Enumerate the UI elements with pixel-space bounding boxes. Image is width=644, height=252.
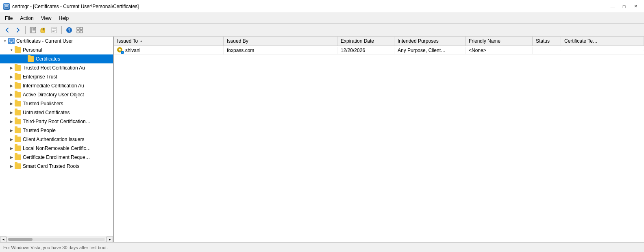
tree-item-trusted-people-label: Trusted People	[23, 128, 56, 133]
show-hide-console-button[interactable]	[28, 25, 38, 35]
personal-folder-icon	[15, 47, 21, 53]
menu-view[interactable]: View	[38, 15, 55, 22]
local-nonremovable-folder-icon	[15, 146, 21, 151]
scrollbar-track[interactable]	[8, 238, 105, 241]
toolbar: ?	[0, 24, 644, 37]
cell-purposes: Any Purpose, Client…	[394, 47, 466, 54]
scrollbar-left-button[interactable]: ◂	[0, 237, 7, 242]
enterprise-expand-icon[interactable]: ▶	[8, 74, 15, 80]
trusted-publishers-expand-icon[interactable]: ▶	[8, 100, 15, 107]
minimize-button[interactable]: —	[607, 2, 618, 11]
col-header-issued-to[interactable]: Issued To ▲	[114, 37, 224, 46]
scrollbar-thumb[interactable]	[8, 238, 33, 241]
sort-arrow-icon: ▲	[139, 39, 143, 43]
table-row[interactable]: ★ i shivani foxpass.com 12/20/2026 Any P…	[114, 46, 644, 55]
maximize-button[interactable]: □	[619, 2, 629, 11]
trusted-root-expand-icon[interactable]: ▶	[8, 65, 15, 71]
col-header-cert-te[interactable]: Certificate Te…	[561, 37, 644, 46]
tree-root-label: Certificates - Current User	[16, 38, 73, 44]
active-directory-expand-icon[interactable]: ▶	[8, 91, 15, 98]
close-button[interactable]: ✕	[630, 2, 641, 11]
tree-item-enterprise-trust[interactable]: ▶ Enterprise Trust	[0, 72, 113, 81]
svg-rect-2	[4, 7, 9, 7]
untrusted-folder-icon	[15, 110, 21, 115]
up-one-level-button[interactable]	[39, 25, 48, 35]
svg-rect-8	[41, 29, 45, 33]
col-header-expiration[interactable]: Expiration Date	[337, 37, 394, 46]
cell-issued-to: ★ i shivani	[114, 46, 224, 54]
col-header-friendly[interactable]: Friendly Name	[466, 37, 533, 46]
tree-item-intermediate[interactable]: ▶ Intermediate Certification Au	[0, 81, 113, 90]
svg-rect-17	[77, 30, 79, 33]
tree-item-untrusted-label: Untrusted Certificates	[23, 110, 70, 115]
toolbar-sep-1	[25, 26, 26, 34]
personal-expand-icon[interactable]: ▾	[8, 47, 15, 53]
tree-item-personal[interactable]: ▾ Personal	[0, 46, 113, 54]
menu-action[interactable]: Action	[17, 15, 37, 22]
col-issued-to-label: Issued To	[117, 38, 138, 44]
tree-item-certificates-label: Certificates	[36, 56, 60, 62]
cert-icon: ★ i	[117, 47, 124, 54]
back-button[interactable]	[2, 25, 12, 35]
third-party-expand-icon[interactable]: ▶	[8, 118, 15, 125]
local-nonremovable-expand-icon[interactable]: ▶	[8, 145, 15, 152]
tree-item-trusted-people[interactable]: ▶ Trusted People	[0, 126, 113, 135]
menu-file[interactable]: File	[2, 15, 16, 22]
tree-item-third-party-label: Third-Party Root Certification…	[23, 119, 91, 124]
tree-item-third-party[interactable]: ▶ Third-Party Root Certification…	[0, 117, 113, 126]
tree-horizontal-scrollbar[interactable]: ◂ ▸	[0, 236, 113, 242]
col-issued-by-label: Issued By	[227, 38, 248, 44]
tree-item-trusted-publishers[interactable]: ▶ Trusted Publishers	[0, 99, 113, 108]
certificates-folder-icon	[28, 56, 34, 62]
tree-item-cert-enrollment-label: Certificate Enrollment Reque…	[23, 154, 90, 160]
root-expand-icon[interactable]: ▾	[2, 38, 8, 44]
scrollbar-right-button[interactable]: ▸	[107, 237, 113, 242]
tree-item-smart-card[interactable]: ▶ Smart Card Trusted Roots	[0, 162, 113, 171]
cell-expiration: 12/20/2026	[337, 47, 394, 54]
help-button[interactable]: ?	[64, 25, 74, 35]
certificates-expand-icon[interactable]	[21, 56, 28, 62]
col-header-status[interactable]: Status	[533, 37, 561, 46]
export-list-button[interactable]	[49, 25, 59, 35]
client-auth-expand-icon[interactable]: ▶	[8, 136, 15, 143]
tree-item-trusted-root-label: Trusted Root Certification Au	[23, 65, 85, 71]
col-header-issued-by[interactable]: Issued By	[224, 37, 337, 46]
tree-item-client-auth[interactable]: ▶ Client Authentication Issuers	[0, 135, 113, 144]
view-button[interactable]	[75, 25, 85, 35]
tree-item-cert-enrollment[interactable]: ▶ Certificate Enrollment Reque…	[0, 153, 113, 162]
tree-item-certificates[interactable]: Certificates	[0, 54, 113, 63]
svg-rect-18	[80, 30, 83, 33]
smart-card-expand-icon[interactable]: ▶	[8, 163, 15, 169]
tree-item-active-directory-label: Active Directory User Object	[23, 92, 84, 98]
active-directory-folder-icon	[15, 92, 21, 98]
client-auth-folder-icon	[15, 137, 21, 142]
enterprise-folder-icon	[15, 74, 21, 80]
tree-item-active-directory[interactable]: ▶ Active Directory User Object	[0, 90, 113, 99]
col-expiration-label: Expiration Date	[341, 38, 374, 44]
menu-bar: File Action View Help	[0, 13, 644, 24]
col-purposes-label: Intended Purposes	[398, 38, 439, 44]
tree-scroll-area[interactable]: ▾ Certificates - Current User ▾ Personal…	[0, 37, 113, 236]
app-icon	[3, 3, 10, 10]
intermediate-folder-icon	[15, 83, 21, 89]
status-bar: For Windows Vista, you have 30 days afte…	[0, 242, 644, 252]
forward-button[interactable]	[13, 25, 23, 35]
untrusted-expand-icon[interactable]: ▶	[8, 109, 15, 116]
tree-root[interactable]: ▾ Certificates - Current User	[0, 37, 113, 46]
tree-item-local-nonremovable-label: Local NonRemovable Certific…	[23, 146, 91, 151]
tree-item-smart-card-label: Smart Card Trusted Roots	[23, 163, 79, 169]
menu-help[interactable]: Help	[56, 15, 72, 22]
col-cert-te-label: Certificate Te…	[564, 38, 598, 44]
cell-cert-te	[561, 50, 644, 51]
intermediate-expand-icon[interactable]: ▶	[8, 83, 15, 89]
trusted-people-expand-icon[interactable]: ▶	[8, 127, 15, 134]
tree-item-untrusted[interactable]: ▶ Untrusted Certificates	[0, 108, 113, 117]
col-header-purposes[interactable]: Intended Purposes	[394, 37, 466, 46]
cert-enrollment-expand-icon[interactable]: ▶	[8, 154, 15, 161]
tree-panel: ▾ Certificates - Current User ▾ Personal…	[0, 37, 114, 242]
tree-item-trusted-root[interactable]: ▶ Trusted Root Certification Au	[0, 63, 113, 72]
cell-status	[533, 50, 561, 51]
cell-friendly-value: <None>	[469, 48, 486, 53]
tree-item-personal-label: Personal	[23, 47, 42, 53]
tree-item-local-nonremovable[interactable]: ▶ Local NonRemovable Certific…	[0, 144, 113, 153]
